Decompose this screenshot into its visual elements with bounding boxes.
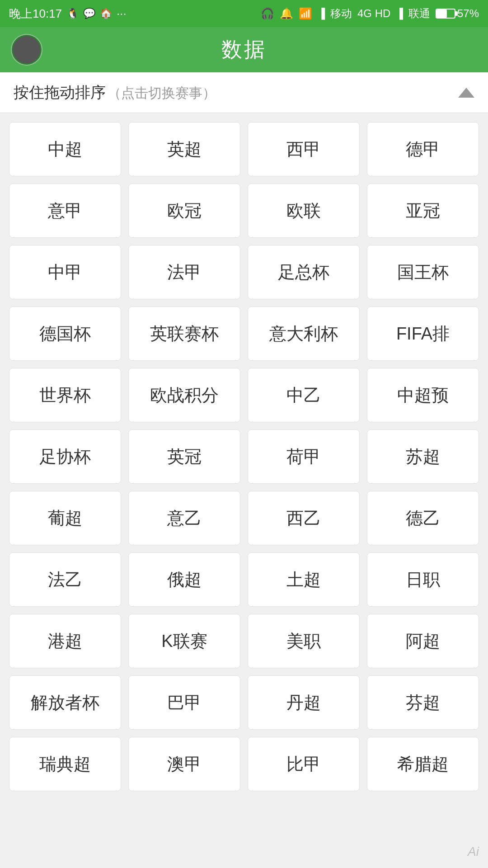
league-item[interactable]: 国王杯 [367, 245, 479, 299]
carrier2-label: 联通 [408, 6, 430, 21]
league-item[interactable]: 中乙 [248, 368, 360, 422]
league-item[interactable]: 英联赛杯 [128, 307, 240, 361]
league-item[interactable]: 欧联 [248, 184, 360, 238]
league-item[interactable]: 法乙 [9, 552, 121, 607]
league-grid: 中超英超西甲德甲意甲欧冠欧联亚冠中甲法甲足总杯国王杯德国杯英联赛杯意大利杯FIF… [9, 122, 479, 791]
league-item[interactable]: 欧冠 [128, 184, 240, 238]
wifi-icon: 📶 [299, 7, 312, 20]
sort-bar[interactable]: 按住拖动排序 （点击切换赛事） [0, 72, 488, 113]
signal2-icon: ▐ [396, 8, 403, 19]
sort-hint-text: （点击切换赛事） [108, 85, 216, 100]
league-item[interactable]: 比甲 [248, 737, 360, 791]
league-item[interactable]: 英超 [128, 122, 240, 176]
alarm-icon: 🔔 [280, 7, 293, 20]
league-item[interactable]: 德甲 [367, 122, 479, 176]
page-title: 数据 [221, 36, 267, 64]
icon-app: 🏠 [100, 8, 112, 19]
league-item[interactable]: 丹超 [248, 675, 360, 730]
watermark: Ai [468, 844, 479, 859]
sort-main-text: 按住拖动排序 [14, 84, 106, 101]
league-item[interactable]: 美职 [248, 614, 360, 668]
header: 数据 [0, 27, 488, 72]
league-item[interactable]: 芬超 [367, 675, 479, 730]
avatar-image [13, 36, 40, 63]
league-item[interactable]: 西乙 [248, 491, 360, 545]
league-item[interactable]: 阿超 [367, 614, 479, 668]
headphone-icon: 🎧 [261, 7, 274, 20]
league-item[interactable]: 德乙 [367, 491, 479, 545]
league-item[interactable]: 日职 [367, 552, 479, 607]
league-item[interactable]: 足协杯 [9, 429, 121, 484]
league-item[interactable]: 俄超 [128, 552, 240, 607]
league-item[interactable]: 足总杯 [248, 245, 360, 299]
icon-qq: 🐧 [66, 8, 79, 19]
league-item[interactable]: 澳甲 [128, 737, 240, 791]
status-left: 晚上10:17 🐧 💬 🏠 ··· [9, 6, 127, 22]
league-item[interactable]: 意大利杯 [248, 307, 360, 361]
league-item[interactable]: 解放者杯 [9, 675, 121, 730]
league-item[interactable]: 德国杯 [9, 307, 121, 361]
status-right: 🎧 🔔 📶 ▐ 移动 4G HD ▐ 联通 57% [261, 6, 479, 21]
carrier1-label: 移动 [330, 6, 352, 21]
league-item[interactable]: 意甲 [9, 184, 121, 238]
league-item[interactable]: 苏超 [367, 429, 479, 484]
league-item[interactable]: 中超预 [367, 368, 479, 422]
league-item[interactable]: 意乙 [128, 491, 240, 545]
time-display: 晚上10:17 [9, 6, 62, 22]
league-item[interactable]: 欧战积分 [128, 368, 240, 422]
league-item[interactable]: 瑞典超 [9, 737, 121, 791]
icon-wechat: 💬 [83, 8, 95, 19]
signal1-icon: ▐ [318, 8, 325, 19]
league-item[interactable]: K联赛 [128, 614, 240, 668]
league-item[interactable]: 法甲 [128, 245, 240, 299]
status-bar: 晚上10:17 🐧 💬 🏠 ··· 🎧 🔔 📶 ▐ 移动 4G HD ▐ 联通 … [0, 0, 488, 27]
league-item[interactable]: 葡超 [9, 491, 121, 545]
league-item[interactable]: 中超 [9, 122, 121, 176]
league-item[interactable]: 亚冠 [367, 184, 479, 238]
league-item[interactable]: 荷甲 [248, 429, 360, 484]
league-item[interactable]: 土超 [248, 552, 360, 607]
league-item[interactable]: 西甲 [248, 122, 360, 176]
league-item[interactable]: 英冠 [128, 429, 240, 484]
chevron-up-icon[interactable] [458, 88, 474, 98]
battery-percentage: 57% [457, 7, 479, 20]
league-item[interactable]: 巴甲 [128, 675, 240, 730]
battery-indicator: 57% [436, 7, 479, 20]
icon-ellipsis: ··· [117, 7, 127, 21]
league-item[interactable]: FIFA排 [367, 307, 479, 361]
avatar[interactable] [11, 34, 42, 66]
network-type: 4G HD [357, 7, 390, 20]
league-item[interactable]: 中甲 [9, 245, 121, 299]
league-item[interactable]: 港超 [9, 614, 121, 668]
league-item[interactable]: 世界杯 [9, 368, 121, 422]
sort-label-container: 按住拖动排序 （点击切换赛事） [14, 82, 216, 103]
league-item[interactable]: 希腊超 [367, 737, 479, 791]
grid-container: 中超英超西甲德甲意甲欧冠欧联亚冠中甲法甲足总杯国王杯德国杯英联赛杯意大利杯FIF… [0, 113, 488, 805]
